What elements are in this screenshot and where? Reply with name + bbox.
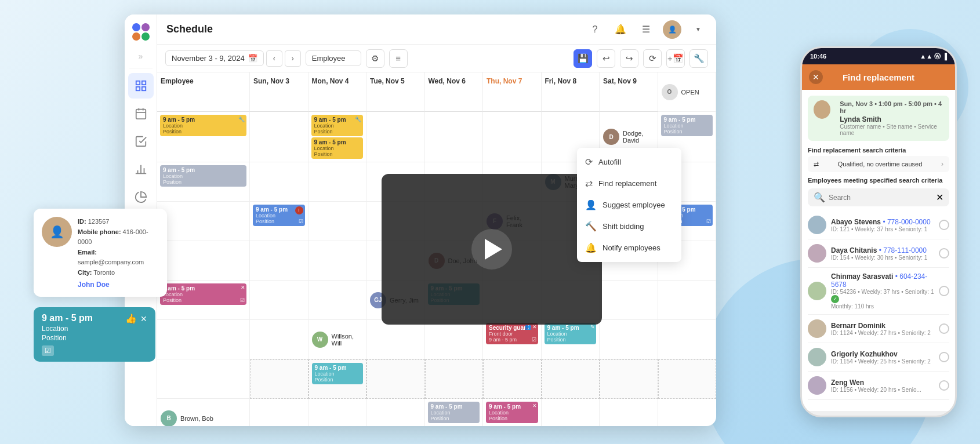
cell-murray-wed[interactable]: 9 am - 5 pm Location Position ! ☑ [250,202,308,241]
cell-felix-fri[interactable] [308,241,367,281]
cell-gerry-thu[interactable] [658,281,717,320]
cell-gerry-wed[interactable] [600,281,658,320]
phone-emp-item[interactable]: Bernarr Dominik ID: 1124 • Weekly: 27 hr… [808,315,949,343]
cell-gerry-fri[interactable] [157,320,250,359]
shift-block[interactable]: 👥 ✕ Security guard Front door 9 am - 5 p… [486,323,538,344]
close-icon[interactable]: ✕ [140,314,147,323]
cell-dodge-mon[interactable]: 9 am - 5 pm Location Position [157,162,250,202]
cell-empty-sat[interactable] [658,359,717,399]
cell-empty-sun[interactable]: 9 am - 5 pm Location Position [308,359,367,399]
shift-block[interactable]: 9 am - 5 pm Location Position [160,165,246,187]
phone-close-button[interactable]: ✕ [809,70,823,84]
save-button[interactable]: 💾 [574,49,592,68]
cell-doe-fri[interactable] [250,281,308,320]
next-week-button[interactable]: › [285,50,301,67]
cell-open-mon[interactable] [250,112,308,162]
user-avatar[interactable]: 👤 [663,20,681,39]
phone-search-input[interactable] [829,194,932,202]
wrench-button[interactable]: 🔧 [689,49,708,68]
close-icon[interactable]: ✕ [532,324,537,330]
cell-empty-tue[interactable] [425,359,484,399]
cell-brown-fri[interactable] [542,399,600,426]
cell-dodge-tue[interactable] [250,162,308,202]
phone-emp-item[interactable]: Abayo Stevens • 778-000-0000 ID: 121 • W… [808,211,949,239]
cell-brown-sat[interactable] [600,399,658,426]
sidebar-item-chart[interactable] [128,157,154,182]
cell-willson-fri[interactable] [658,320,717,359]
cell-felix-wed[interactable] [157,241,250,281]
bell-icon[interactable]: 🔔 [612,21,629,38]
cell-willson-tue[interactable]: 👥 ✕ Security guard Front door 9 am - 5 p… [483,320,542,359]
shift-block[interactable]: 9 am - 5 pm Location Position 🔧 [160,115,246,136]
shift-block[interactable]: ✕ 9 am - 5 pm Location Position ☑ [160,283,246,305]
cell-dodge-wed[interactable] [308,162,367,202]
phone-emp-radio[interactable] [939,286,949,296]
cell-willson-wed[interactable]: ✎ 9 am - 5 pm Location Position [542,320,600,359]
cell-murray-tue[interactable] [157,202,250,241]
phone-emp-radio[interactable] [939,248,949,259]
help-icon[interactable]: ? [586,21,604,38]
date-range-display[interactable]: November 3 - 9, 2024 📅 [165,50,264,66]
menu-icon[interactable]: ☰ [637,21,655,38]
sidebar-expand-icon[interactable]: » [136,49,146,63]
shift-block[interactable]: 9 am - 5 pm Location Position [311,137,364,159]
phone-emp-phone-link[interactable]: • 778-000-0000 [883,218,930,226]
cell-open-sun[interactable]: 9 am - 5 pm Location Position 🔧 [157,112,250,162]
video-overlay[interactable] [382,174,602,325]
prev-week-button[interactable]: ‹ [266,50,282,67]
close-icon[interactable]: ✕ [532,403,537,409]
phone-emp-phone-link[interactable]: • 604-234-5678 [831,272,927,289]
menu-item-find-replacement[interactable]: ⇄ Find replacement [577,173,681,194]
view-select[interactable]: Employee Position Location [306,50,361,66]
sidebar-item-grid[interactable] [128,73,154,99]
refresh-button[interactable]: ⟳ [643,49,662,68]
phone-emp-item[interactable]: Daya Chitanis • 778-111-0000 ID: 154 • W… [808,239,949,268]
like-icon[interactable]: 👍 [125,313,137,324]
menu-item-suggest-employee[interactable]: 👤 Suggest employee [577,194,681,216]
app-logo[interactable] [130,21,151,42]
cell-open-thu[interactable] [425,112,484,162]
cell-willson-thu[interactable] [600,320,658,359]
cell-empty-thu[interactable] [542,359,600,399]
cell-willson-sat[interactable] [157,359,250,399]
cell-brown-tue[interactable] [366,399,425,426]
phone-emp-item[interactable]: Grigoriy Kozhukhov ID: 1154 • Weekly: 25… [808,343,949,372]
settings-button[interactable]: ⚙ [366,49,384,68]
play-button[interactable] [471,229,512,270]
phone-search-clear-icon[interactable]: ✕ [936,192,943,203]
shift-block[interactable]: ✎ 9 am - 5 pm Location Position [545,323,597,344]
sidebar-item-checklist[interactable] [128,129,154,154]
shift-block[interactable]: 9 am - 5 pm Location Position ! ☑ [253,205,305,226]
cell-open-tue[interactable]: 9 am - 5 pm Location Position 🔧 9 am - 5… [308,112,367,162]
phone-emp-item[interactable]: Zeng Wen ID: 1156 • Weekly: 20 hrs • Sen… [808,372,949,400]
shift-block[interactable]: 9 am - 5 pm Location Position [661,115,713,136]
add-shift-button[interactable]: +📅 [666,49,685,68]
sidebar-item-pie[interactable] [128,184,154,210]
cell-willson-sun[interactable] [366,320,425,359]
phone-emp-phone-link[interactable]: • 778-111-0000 [879,246,927,254]
phone-emp-radio[interactable] [939,323,949,334]
cell-brown-sun[interactable] [250,399,308,426]
cell-murray-thu[interactable] [308,202,367,241]
close-icon[interactable]: ✕ [241,285,245,290]
shift-block[interactable]: 9 am - 5 pm Location Position [312,363,364,384]
phone-criteria-selector[interactable]: ⇄ Qualified, no overtime caused › [808,156,949,172]
phone-emp-item[interactable]: Chinmay Sarasvati • 604-234-5678 ID: 542… [808,268,949,315]
cell-doe-thu[interactable]: ✕ 9 am - 5 pm Location Position ☑ [157,281,250,320]
cell-open-wed[interactable] [366,112,425,162]
sidebar-item-calendar[interactable] [128,101,154,126]
cell-empty-wed[interactable] [483,359,542,399]
cell-brown-wed[interactable]: 9 am - 5 pm Location Position [425,399,484,426]
shift-block[interactable]: 9 am - 5 pm Location Position 🔧 [311,115,364,136]
cell-open-fri[interactable] [483,112,542,162]
cell-willson-mon[interactable] [425,320,484,359]
menu-item-notify-employees[interactable]: 🔔 Notify employees [577,237,681,259]
cell-brown-mon[interactable] [308,399,367,426]
phone-emp-radio[interactable] [939,380,949,391]
chevron-down-icon[interactable]: ▼ [689,21,707,38]
undo-button[interactable]: ↩ [597,49,615,68]
menu-item-autofill[interactable]: ⟳ Autofill [577,151,681,173]
cell-empty-mon[interactable] [366,359,425,399]
shift-block[interactable]: 9 am - 5 pm Location Position [428,402,480,423]
check-action[interactable]: ☑ [42,345,54,356]
